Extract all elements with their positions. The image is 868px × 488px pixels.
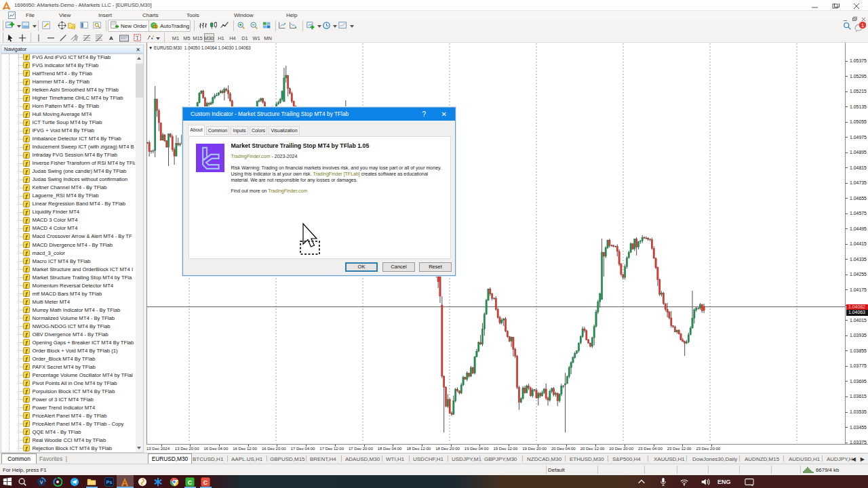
- svg-text:C: C: [188, 479, 193, 486]
- svg-text:Ps: Ps: [106, 480, 113, 485]
- svg-text:1: 1: [861, 22, 864, 28]
- svg-text:$: $: [155, 24, 157, 28]
- svg-text:V: V: [40, 480, 43, 485]
- svg-text:T: T: [136, 35, 139, 41]
- svg-text:C: C: [203, 479, 208, 486]
